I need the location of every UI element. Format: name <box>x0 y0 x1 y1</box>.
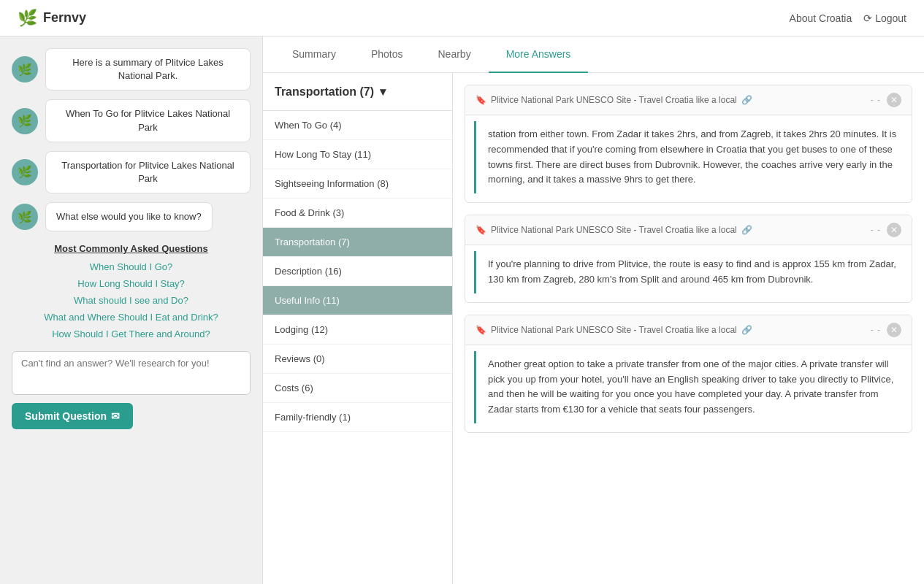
chat-item-2: 🌿 When To Go for Plitvice Lakes National… <box>12 99 251 142</box>
logo-text: Fernvy <box>43 10 86 26</box>
answer-text-2: If you're planning to drive from Plitvic… <box>474 251 903 293</box>
answer-dots-1[interactable]: - - <box>871 95 881 105</box>
category-lodging[interactable]: Lodging (12) <box>263 315 452 345</box>
category-sightseeing[interactable]: Sightseeing Information (8) <box>263 169 452 199</box>
chat-item-3: 🌿 Transportation for Plitvice Lakes Nati… <box>12 151 251 193</box>
answer-card-header-2: 🔖 Plitvice National Park UNESCO Site - T… <box>465 215 912 245</box>
answer-source-2: 🔖 Plitvice National Park UNESCO Site - T… <box>476 225 752 235</box>
close-button-3[interactable]: ✕ <box>887 323 901 337</box>
answer-source-text-1: Plitvice National Park UNESCO Site - Tra… <box>491 95 737 105</box>
faq-section: Most Commonly Asked Questions When Shoul… <box>12 243 251 339</box>
bookmark-icon-2: 🔖 <box>476 225 486 235</box>
answer-text-3: Another great option to take a private t… <box>474 351 903 423</box>
chevron-down-icon: ▾ <box>380 85 386 99</box>
answer-text-1: station from either town. From Zadar it … <box>474 121 903 193</box>
answer-dots-2[interactable]: - - <box>871 225 881 235</box>
search-area: Submit Question ✉ <box>12 351 251 429</box>
chat-icon-4: 🌿 <box>12 204 38 230</box>
section-header[interactable]: Transportation (7) ▾ <box>263 73 452 111</box>
category-useful-info[interactable]: Useful Info (11) <box>263 286 452 315</box>
chat-bubble-1: Here is a summary of Plitvice Lakes Nati… <box>45 48 251 91</box>
about-croatia-link[interactable]: About Croatia <box>790 12 852 24</box>
category-panel: Transportation (7) ▾ When To Go (4) How … <box>263 73 453 584</box>
submit-label: Submit Question <box>25 410 107 422</box>
leaf-icon: 🌿 <box>18 9 37 28</box>
faq-link-5[interactable]: How Should I Get There and Around? <box>15 328 248 339</box>
answer-actions-2: - - ✕ <box>871 223 901 237</box>
logout-label: Logout <box>875 12 906 24</box>
bookmark-icon-1: 🔖 <box>476 95 486 105</box>
answer-card-2: 🔖 Plitvice National Park UNESCO Site - T… <box>465 215 912 303</box>
tab-bar: Summary Photos Nearby More Answers <box>263 36 924 73</box>
answer-dots-3[interactable]: - - <box>871 325 881 335</box>
answer-card-3: 🔖 Plitvice National Park UNESCO Site - T… <box>465 315 912 433</box>
link-icon-3[interactable]: 🔗 <box>741 325 752 335</box>
bookmark-icon-3: 🔖 <box>476 325 486 335</box>
chat-bubble-3: Transportation for Plitvice Lakes Nation… <box>45 151 251 193</box>
category-reviews[interactable]: Reviews (0) <box>263 345 452 374</box>
tab-photos[interactable]: Photos <box>354 36 421 73</box>
answer-card-1: 🔖 Plitvice National Park UNESCO Site - T… <box>465 85 912 203</box>
submit-question-button[interactable]: Submit Question ✉ <box>12 403 133 429</box>
category-food-drink[interactable]: Food & Drink (3) <box>263 199 452 228</box>
faq-link-2[interactable]: How Long Should I Stay? <box>15 278 248 289</box>
answer-source-3: 🔖 Plitvice National Park UNESCO Site - T… <box>476 325 752 335</box>
main-layout: 🌿 Here is a summary of Plitvice Lakes Na… <box>0 36 924 584</box>
close-button-1[interactable]: ✕ <box>887 93 901 107</box>
search-input[interactable] <box>12 351 251 395</box>
chat-item-1: 🌿 Here is a summary of Plitvice Lakes Na… <box>12 48 251 91</box>
content-area: Summary Photos Nearby More Answers Trans… <box>263 36 924 584</box>
faq-link-1[interactable]: When Should I Go? <box>15 261 248 272</box>
section-header-text: Transportation (7) <box>275 85 374 99</box>
chat-icon-3: 🌿 <box>12 159 38 185</box>
app-header: 🌿 Fernvy About Croatia ⟳ Logout <box>0 0 924 36</box>
faq-link-3[interactable]: What should I see and Do? <box>15 295 248 306</box>
sidebar: 🌿 Here is a summary of Plitvice Lakes Na… <box>0 36 263 584</box>
answer-source-text-2: Plitvice National Park UNESCO Site - Tra… <box>491 225 737 235</box>
answer-actions-3: - - ✕ <box>871 323 901 337</box>
tab-summary[interactable]: Summary <box>275 36 354 73</box>
faq-link-4[interactable]: What and Where Should I Eat and Drink? <box>15 312 248 323</box>
chat-icon-1: 🌿 <box>12 56 38 82</box>
answer-card-header-1: 🔖 Plitvice National Park UNESCO Site - T… <box>465 85 912 115</box>
chat-item-4: 🌿 What else would you like to know? <box>12 202 251 231</box>
tab-nearby[interactable]: Nearby <box>421 36 489 73</box>
chat-bubble-2: When To Go for Plitvice Lakes National P… <box>45 99 251 142</box>
close-button-2[interactable]: ✕ <box>887 223 901 237</box>
category-how-long[interactable]: How Long To Stay (11) <box>263 140 452 169</box>
link-icon-2[interactable]: 🔗 <box>741 225 752 235</box>
answer-source-1: 🔖 Plitvice National Park UNESCO Site - T… <box>476 95 752 105</box>
logout-button[interactable]: ⟳ Logout <box>863 12 906 24</box>
logo: 🌿 Fernvy <box>18 9 86 28</box>
category-transportation[interactable]: Transportation (7) <box>263 228 452 257</box>
answer-actions-1: - - ✕ <box>871 93 901 107</box>
link-icon-1[interactable]: 🔗 <box>741 95 752 105</box>
category-costs[interactable]: Costs (6) <box>263 374 452 403</box>
category-family-friendly[interactable]: Family-friendly (1) <box>263 403 452 432</box>
tab-more-answers[interactable]: More Answers <box>489 36 589 73</box>
chat-bubble-4: What else would you like to know? <box>45 202 213 231</box>
answer-card-header-3: 🔖 Plitvice National Park UNESCO Site - T… <box>465 315 912 345</box>
category-description[interactable]: Description (16) <box>263 257 452 286</box>
header-nav: About Croatia ⟳ Logout <box>790 12 906 24</box>
faq-title: Most Commonly Asked Questions <box>15 243 248 254</box>
answers-panel: 🔖 Plitvice National Park UNESCO Site - T… <box>453 73 924 584</box>
logout-icon: ⟳ <box>863 12 872 24</box>
mail-icon: ✉ <box>111 410 120 422</box>
category-when-to-go[interactable]: When To Go (4) <box>263 111 452 140</box>
chat-icon-2: 🌿 <box>12 108 38 134</box>
answer-source-text-3: Plitvice National Park UNESCO Site - Tra… <box>491 325 737 335</box>
content-body: Transportation (7) ▾ When To Go (4) How … <box>263 73 924 584</box>
